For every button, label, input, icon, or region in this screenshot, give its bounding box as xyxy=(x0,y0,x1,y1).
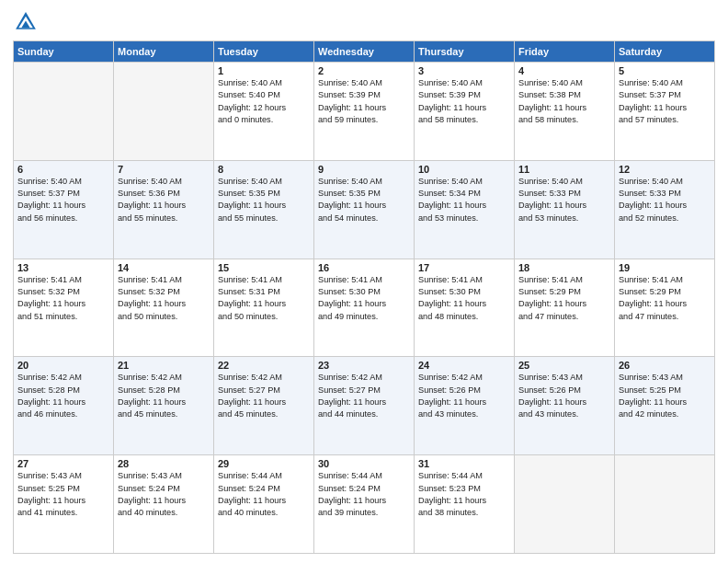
day-info: Sunrise: 5:41 AMSunset: 5:29 PMDaylight:… xyxy=(518,274,610,323)
day-number: 8 xyxy=(218,164,310,175)
day-number: 25 xyxy=(518,360,610,371)
calendar-header-row: SundayMondayTuesdayWednesdayThursdayFrid… xyxy=(14,41,715,63)
calendar-cell: 18Sunrise: 5:41 AMSunset: 5:29 PMDayligh… xyxy=(515,259,615,357)
calendar-week-row: 27Sunrise: 5:43 AMSunset: 5:25 PMDayligh… xyxy=(14,455,715,554)
calendar-cell: 3Sunrise: 5:40 AMSunset: 5:39 PMDaylight… xyxy=(415,63,515,161)
day-info: Sunrise: 5:42 AMSunset: 5:26 PMDaylight:… xyxy=(418,372,510,420)
calendar-cell: 27Sunrise: 5:43 AMSunset: 5:25 PMDayligh… xyxy=(14,455,114,554)
calendar-cell: 21Sunrise: 5:42 AMSunset: 5:28 PMDayligh… xyxy=(114,357,214,455)
day-info: Sunrise: 5:44 AMSunset: 5:24 PMDaylight:… xyxy=(318,470,410,519)
day-info: Sunrise: 5:40 AMSunset: 5:40 PMDaylight:… xyxy=(218,77,310,126)
day-number: 11 xyxy=(518,164,610,175)
calendar-cell: 25Sunrise: 5:43 AMSunset: 5:26 PMDayligh… xyxy=(515,357,615,455)
calendar-cell: 31Sunrise: 5:44 AMSunset: 5:23 PMDayligh… xyxy=(415,455,515,554)
calendar-cell: 2Sunrise: 5:40 AMSunset: 5:39 PMDaylight… xyxy=(314,63,415,161)
day-number: 26 xyxy=(619,360,711,371)
day-info: Sunrise: 5:43 AMSunset: 5:24 PMDaylight:… xyxy=(118,470,210,519)
day-number: 31 xyxy=(418,458,510,469)
day-info: Sunrise: 5:41 AMSunset: 5:30 PMDaylight:… xyxy=(418,274,510,323)
calendar-cell: 29Sunrise: 5:44 AMSunset: 5:24 PMDayligh… xyxy=(214,455,314,554)
calendar-cell: 9Sunrise: 5:40 AMSunset: 5:35 PMDaylight… xyxy=(314,160,415,259)
day-info: Sunrise: 5:40 AMSunset: 5:35 PMDaylight:… xyxy=(218,176,310,224)
day-info: Sunrise: 5:40 AMSunset: 5:39 PMDaylight:… xyxy=(418,77,510,126)
calendar-cell xyxy=(515,455,615,554)
calendar-cell: 24Sunrise: 5:42 AMSunset: 5:26 PMDayligh… xyxy=(415,357,515,455)
day-number: 13 xyxy=(17,262,109,273)
day-info: Sunrise: 5:44 AMSunset: 5:24 PMDaylight:… xyxy=(218,470,310,519)
calendar-cell: 23Sunrise: 5:42 AMSunset: 5:27 PMDayligh… xyxy=(314,357,415,455)
day-number: 29 xyxy=(218,458,310,469)
calendar-cell xyxy=(615,455,715,554)
calendar-header-monday: Monday xyxy=(114,41,214,63)
calendar-cell xyxy=(14,63,114,161)
day-number: 14 xyxy=(118,262,210,273)
calendar-cell: 26Sunrise: 5:43 AMSunset: 5:25 PMDayligh… xyxy=(615,357,715,455)
page: SundayMondayTuesdayWednesdayThursdayFrid… xyxy=(0,0,728,563)
day-number: 7 xyxy=(118,164,210,175)
day-info: Sunrise: 5:40 AMSunset: 5:37 PMDaylight:… xyxy=(17,176,109,224)
logo-icon xyxy=(13,9,39,35)
day-info: Sunrise: 5:40 AMSunset: 5:37 PMDaylight:… xyxy=(619,77,711,126)
day-info: Sunrise: 5:40 AMSunset: 5:34 PMDaylight:… xyxy=(418,176,510,224)
calendar-header-sunday: Sunday xyxy=(14,41,114,63)
day-number: 1 xyxy=(218,65,310,76)
day-number: 6 xyxy=(17,164,109,175)
day-number: 16 xyxy=(318,262,410,273)
calendar-cell: 30Sunrise: 5:44 AMSunset: 5:24 PMDayligh… xyxy=(314,455,415,554)
day-info: Sunrise: 5:40 AMSunset: 5:33 PMDaylight:… xyxy=(518,176,610,224)
day-info: Sunrise: 5:44 AMSunset: 5:23 PMDaylight:… xyxy=(418,470,510,519)
calendar-week-row: 6Sunrise: 5:40 AMSunset: 5:37 PMDaylight… xyxy=(14,160,715,259)
logo xyxy=(13,9,42,35)
day-number: 18 xyxy=(518,262,610,273)
calendar-cell: 19Sunrise: 5:41 AMSunset: 5:29 PMDayligh… xyxy=(615,259,715,357)
header xyxy=(13,9,715,35)
calendar-cell: 11Sunrise: 5:40 AMSunset: 5:33 PMDayligh… xyxy=(515,160,615,259)
day-number: 5 xyxy=(619,65,711,76)
day-number: 9 xyxy=(318,164,410,175)
day-info: Sunrise: 5:40 AMSunset: 5:33 PMDaylight:… xyxy=(619,176,711,224)
day-info: Sunrise: 5:40 AMSunset: 5:36 PMDaylight:… xyxy=(118,176,210,224)
calendar-cell: 8Sunrise: 5:40 AMSunset: 5:35 PMDaylight… xyxy=(214,160,314,259)
calendar-cell xyxy=(114,63,214,161)
day-number: 17 xyxy=(418,262,510,273)
day-number: 3 xyxy=(418,65,510,76)
day-number: 27 xyxy=(17,458,109,469)
day-info: Sunrise: 5:40 AMSunset: 5:39 PMDaylight:… xyxy=(318,77,410,126)
day-info: Sunrise: 5:43 AMSunset: 5:25 PMDaylight:… xyxy=(17,470,109,519)
calendar-cell: 10Sunrise: 5:40 AMSunset: 5:34 PMDayligh… xyxy=(415,160,515,259)
calendar-header-friday: Friday xyxy=(515,41,615,63)
day-info: Sunrise: 5:41 AMSunset: 5:32 PMDaylight:… xyxy=(17,274,109,323)
calendar-week-row: 20Sunrise: 5:42 AMSunset: 5:28 PMDayligh… xyxy=(14,357,715,455)
day-number: 23 xyxy=(318,360,410,371)
day-info: Sunrise: 5:41 AMSunset: 5:31 PMDaylight:… xyxy=(218,274,310,323)
day-number: 30 xyxy=(318,458,410,469)
calendar-cell: 14Sunrise: 5:41 AMSunset: 5:32 PMDayligh… xyxy=(114,259,214,357)
day-info: Sunrise: 5:41 AMSunset: 5:29 PMDaylight:… xyxy=(619,274,711,323)
calendar-cell: 20Sunrise: 5:42 AMSunset: 5:28 PMDayligh… xyxy=(14,357,114,455)
calendar-cell: 22Sunrise: 5:42 AMSunset: 5:27 PMDayligh… xyxy=(214,357,314,455)
day-info: Sunrise: 5:40 AMSunset: 5:38 PMDaylight:… xyxy=(518,77,610,126)
calendar-cell: 13Sunrise: 5:41 AMSunset: 5:32 PMDayligh… xyxy=(14,259,114,357)
calendar-cell: 28Sunrise: 5:43 AMSunset: 5:24 PMDayligh… xyxy=(114,455,214,554)
day-number: 10 xyxy=(418,164,510,175)
calendar-header-saturday: Saturday xyxy=(615,41,715,63)
day-number: 12 xyxy=(619,164,711,175)
calendar-cell: 16Sunrise: 5:41 AMSunset: 5:30 PMDayligh… xyxy=(314,259,415,357)
day-info: Sunrise: 5:41 AMSunset: 5:30 PMDaylight:… xyxy=(318,274,410,323)
day-info: Sunrise: 5:42 AMSunset: 5:28 PMDaylight:… xyxy=(118,372,210,420)
day-info: Sunrise: 5:43 AMSunset: 5:25 PMDaylight:… xyxy=(619,372,711,420)
day-number: 2 xyxy=(318,65,410,76)
calendar-header-thursday: Thursday xyxy=(415,41,515,63)
calendar-header-wednesday: Wednesday xyxy=(314,41,415,63)
calendar-cell: 1Sunrise: 5:40 AMSunset: 5:40 PMDaylight… xyxy=(214,63,314,161)
day-number: 24 xyxy=(418,360,510,371)
calendar-cell: 7Sunrise: 5:40 AMSunset: 5:36 PMDaylight… xyxy=(114,160,214,259)
day-number: 21 xyxy=(118,360,210,371)
calendar-cell: 12Sunrise: 5:40 AMSunset: 5:33 PMDayligh… xyxy=(615,160,715,259)
day-number: 4 xyxy=(518,65,610,76)
calendar-header-tuesday: Tuesday xyxy=(214,41,314,63)
calendar-cell: 6Sunrise: 5:40 AMSunset: 5:37 PMDaylight… xyxy=(14,160,114,259)
calendar-cell: 15Sunrise: 5:41 AMSunset: 5:31 PMDayligh… xyxy=(214,259,314,357)
day-info: Sunrise: 5:43 AMSunset: 5:26 PMDaylight:… xyxy=(518,372,610,420)
calendar-week-row: 1Sunrise: 5:40 AMSunset: 5:40 PMDaylight… xyxy=(14,63,715,161)
